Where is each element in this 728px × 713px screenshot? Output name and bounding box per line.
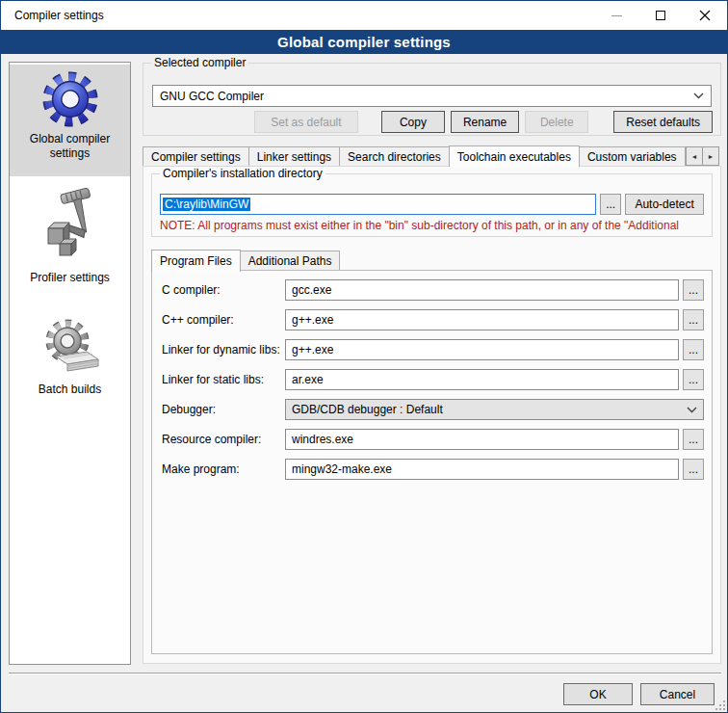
browse-directory-button[interactable]: ... — [600, 194, 621, 215]
program-browse-button[interactable]: ... — [683, 339, 704, 360]
tab-scroll-buttons: ◄ ► — [687, 146, 719, 166]
settings-tab[interactable]: Compiler settings — [143, 146, 249, 167]
ok-button[interactable]: OK — [563, 683, 633, 705]
program-value-field[interactable]: GDB/CDB debugger : Default — [285, 399, 704, 420]
program-value-field[interactable]: windres.exe — [285, 429, 679, 450]
compiler-action-button[interactable]: Reset defaults — [613, 111, 713, 133]
installation-directory-value: C:\raylib\MinGW — [163, 198, 250, 211]
selected-compiler-group: Selected compiler GNU GCC Compiler Set a… — [143, 63, 721, 136]
settings-category-list: Global compiler settings — [9, 62, 131, 665]
program-value-field[interactable]: mingw32-make.exe — [285, 459, 679, 480]
compiler-select-value: GNU GCC Compiler — [160, 90, 264, 103]
program-subtab[interactable]: Program Files — [151, 250, 241, 272]
selected-compiler-group-label: Selected compiler — [151, 56, 248, 69]
compiler-select[interactable]: GNU GCC Compiler — [152, 85, 712, 107]
tab-scroll-left-button[interactable]: ◄ — [686, 146, 703, 166]
compiler-action-button[interactable]: Copy — [381, 111, 445, 133]
compiler-action-button[interactable]: Set as default — [254, 111, 358, 133]
arrow-left-icon: ◄ — [691, 153, 698, 160]
toolchain-executables-panel: Compiler's installation directory C:\ray… — [143, 166, 721, 664]
program-files-panel: C compiler: gcc.exe ... C++ compiler: g+… — [151, 270, 713, 654]
program-row: Linker for dynamic libs: g++.exe ... — [162, 339, 704, 360]
program-row: C++ compiler: g++.exe ... — [162, 309, 704, 330]
program-label: Linker for dynamic libs: — [162, 343, 285, 356]
chevron-down-icon — [693, 92, 704, 99]
program-browse-button[interactable]: ... — [683, 279, 704, 301]
compiler-action-button[interactable]: Delete — [525, 111, 588, 133]
minimize-icon — [611, 15, 622, 16]
maximize-button[interactable] — [638, 1, 683, 30]
program-row: Resource compiler: windres.exe ... — [162, 429, 704, 450]
autodetect-button[interactable]: Auto-detect — [625, 194, 704, 215]
compiler-settings-dialog: Compiler settings Global compiler settin… — [0, 0, 728, 713]
sidebar-item-label: Profiler settings — [10, 271, 130, 285]
program-label: C++ compiler: — [162, 313, 285, 327]
sidebar-item-profiler-settings[interactable]: Profiler settings — [10, 180, 130, 288]
directory-note: NOTE: All programs must exist either in … — [160, 219, 712, 232]
program-browse-button[interactable]: ... — [683, 459, 704, 480]
program-row: Make program: mingw32-make.exe ... — [162, 459, 704, 480]
window-title: Compiler settings — [14, 9, 104, 22]
close-button[interactable] — [683, 1, 727, 30]
sidebar-item-label: Global compiler settings — [10, 132, 130, 161]
settings-tab[interactable]: Linker settings — [248, 146, 340, 167]
program-subtabs: Program Files Additional Paths — [151, 250, 339, 271]
title-bar[interactable]: Compiler settings — [1, 1, 727, 30]
program-value-field[interactable]: ar.exe — [285, 369, 679, 390]
cancel-button[interactable]: Cancel — [640, 683, 715, 705]
program-label: Debugger: — [162, 403, 285, 416]
installation-directory-group: Compiler's installation directory C:\ray… — [151, 173, 713, 237]
program-label: Resource compiler: — [162, 433, 285, 446]
tab-scroll-right-button[interactable]: ► — [702, 146, 719, 166]
installation-directory-row: C:\raylib\MinGW ... Auto-detect — [160, 194, 704, 215]
program-subtab[interactable]: Additional Paths — [240, 251, 341, 271]
settings-tab[interactable]: Search directories — [339, 146, 450, 167]
close-icon — [699, 10, 711, 21]
compiler-action-button[interactable]: Rename — [451, 111, 519, 133]
program-row: C compiler: gcc.exe ... — [162, 279, 704, 301]
minimize-button[interactable] — [594, 1, 638, 30]
maximize-icon — [656, 11, 665, 20]
settings-tabs: Compiler settings Linker settings Search… — [143, 145, 721, 167]
page-title: Global compiler settings — [1, 30, 727, 54]
program-row: Debugger: GDB/CDB debugger : Default ... — [162, 399, 704, 420]
caliper-icon — [10, 185, 130, 268]
program-label: Make program: — [162, 462, 285, 476]
installation-directory-group-label: Compiler's installation directory — [160, 167, 325, 180]
sidebar-item-label: Batch builds — [10, 383, 130, 397]
gear-stack-icon — [10, 316, 130, 380]
gear-blue-icon — [10, 69, 130, 129]
program-value-field[interactable]: g++.exe — [285, 339, 679, 360]
program-row: Linker for static libs: ar.exe ... — [162, 369, 704, 390]
program-label: Linker for static libs: — [162, 373, 285, 386]
footer-divider — [9, 673, 721, 674]
sidebar-item-global-compiler-settings[interactable]: Global compiler settings — [10, 65, 130, 176]
compiler-actions: Set as default Copy Rename Delete Reset … — [151, 111, 713, 133]
sidebar-item-batch-builds[interactable]: Batch builds — [10, 311, 130, 404]
installation-directory-input[interactable]: C:\raylib\MinGW — [160, 194, 596, 215]
program-browse-button[interactable]: ... — [683, 369, 704, 390]
program-browse-button[interactable]: ... — [683, 429, 704, 450]
program-label: C compiler: — [162, 283, 285, 297]
program-browse-button[interactable]: ... — [683, 309, 704, 330]
window-controls — [594, 1, 727, 30]
arrow-right-icon: ► — [708, 153, 715, 160]
settings-tab[interactable]: Toolchain executables — [449, 145, 580, 167]
chevron-down-icon — [687, 407, 697, 413]
resize-grip[interactable] — [715, 700, 725, 710]
program-value-field[interactable]: g++.exe — [285, 309, 679, 330]
program-value-field[interactable]: gcc.exe — [285, 279, 679, 301]
settings-tab[interactable]: Custom variables — [579, 146, 686, 167]
